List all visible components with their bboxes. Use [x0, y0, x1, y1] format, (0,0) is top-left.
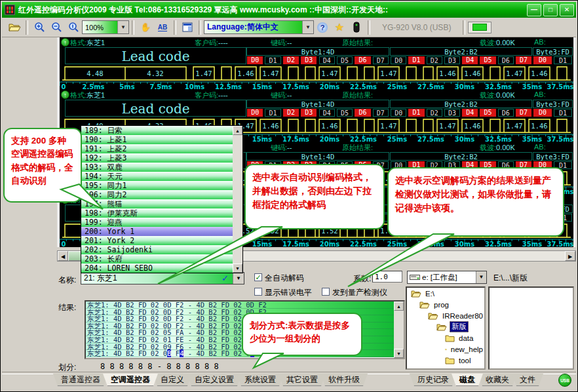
scroll-up-button[interactable]: ▲: [394, 302, 404, 311]
tree-item-[interactable]: 新版: [407, 321, 484, 332]
tree-item-label: tool: [457, 357, 472, 364]
dropdown-item[interactable]: 203: 长府: [81, 254, 233, 264]
zoom-in-button[interactable]: [31, 19, 48, 36]
svg-text:1.47: 1.47: [506, 69, 522, 77]
drive-combobox[interactable]: e: [工作盘] ▼: [407, 271, 487, 284]
tab-自定义设置[interactable]: 自定义设置: [187, 374, 242, 386]
tab-自定义[interactable]: 自定义: [153, 374, 192, 386]
toolbar-separator: [199, 20, 201, 35]
chevron-down-icon[interactable]: ▼: [476, 271, 486, 283]
tab-其它设置[interactable]: 其它设置: [279, 374, 326, 386]
dropdown-item[interactable]: 194: 天元: [81, 172, 233, 181]
tab-磁盘[interactable]: 磁盘: [452, 374, 483, 386]
svg-text:35ms: 35ms: [522, 136, 542, 142]
close-button[interactable]: ✕: [560, 4, 574, 16]
svg-text:17.5ms: 17.5ms: [282, 83, 309, 90]
chevron-down-icon[interactable]: ▼: [117, 21, 128, 33]
display-window-button[interactable]: [179, 19, 196, 36]
lead-code-label: Lead code: [65, 47, 246, 64]
dropdown-item[interactable]: 191: 上菱2: [81, 144, 233, 153]
tab-普通遥控器[interactable]: 普通遥控器: [53, 374, 108, 386]
dropdown-scrollbar[interactable]: ▲ ▼: [233, 126, 242, 273]
tree-item-irreader80[interactable]: IRReader80: [407, 310, 484, 321]
wave-panel-1: ↑格式:东芝1客户码:----键码:--原始结果:载波:0.00KAB:Lead…: [60, 37, 573, 90]
dropdown-item[interactable]: 198: 伊莱克斯: [81, 208, 233, 218]
chevron-down-icon[interactable]: ▼: [302, 21, 313, 33]
tab-文件[interactable]: 文件: [512, 374, 543, 386]
folder-tree[interactable]: E:\progIRReader80新版datanew_helptool: [406, 286, 486, 370]
remote-button[interactable]: [348, 19, 365, 36]
bit-cell-d2: D2: [283, 56, 299, 64]
tree-item-tool[interactable]: tool: [407, 355, 484, 366]
scroll-down-button[interactable]: ▼: [233, 264, 242, 273]
panel-scroll-up-icon[interactable]: ↑: [61, 38, 69, 47]
panel-scroll-up-icon[interactable]: ↑: [61, 90, 69, 99]
zoom-level-combobox[interactable]: 100% ▼: [82, 20, 129, 34]
maximize-button[interactable]: □: [543, 4, 558, 16]
bit-cell-d7: D7: [373, 56, 389, 64]
auto-decode-checkbox[interactable]: ✓: [254, 273, 262, 281]
dropdown-item[interactable]: 201: York 2: [81, 236, 233, 245]
svg-text:25ms: 25ms: [387, 83, 407, 90]
dropdown-item[interactable]: 193: 双鹿: [81, 163, 233, 172]
send-detector-checkbox[interactable]: [322, 288, 330, 296]
dropdown-item[interactable]: 190: 上菱1: [81, 135, 233, 144]
panel-field: 客户码:----: [195, 90, 228, 100]
scroll-right-button[interactable]: ▶: [565, 251, 575, 261]
dropdown-item[interactable]: 196: 同力2: [81, 190, 233, 199]
bit-cell-d1: D1: [554, 56, 572, 64]
bit-cell-d7: D7: [516, 56, 531, 64]
pan-tool-button[interactable]: ✋: [137, 19, 154, 36]
file-list[interactable]: [488, 286, 574, 370]
open-folder-icon: [428, 312, 438, 320]
show-error-label[interactable]: 显示错误电平: [265, 287, 312, 298]
dropdown-item[interactable]: 204: LOREN SEBO: [81, 264, 233, 273]
scroll-up-button[interactable]: ▲: [233, 126, 242, 135]
language-combobox[interactable]: Language:简体中文 ▼: [204, 20, 314, 34]
measure-tool-button[interactable]: AB: [154, 19, 171, 36]
tree-item-newhelp[interactable]: new_help: [407, 343, 484, 355]
tree-item-data[interactable]: data: [407, 332, 484, 343]
svg-text:22.5ms: 22.5ms: [350, 83, 377, 90]
hand-icon: ✋: [140, 22, 151, 32]
remote-control-icon: [353, 22, 360, 33]
tree-item-e[interactable]: E:\: [407, 288, 484, 299]
open-file-button[interactable]: [6, 19, 23, 36]
favorite-button[interactable]: ★: [331, 19, 348, 36]
format-combobox[interactable]: 21: 东芝1✓ ▼: [81, 272, 244, 284]
dropdown-item[interactable]: 200: York 1: [81, 227, 233, 236]
scroll-down-button[interactable]: ▼: [394, 349, 404, 358]
tab-收藏夹[interactable]: 收藏夹: [478, 374, 517, 386]
svg-text:1.47: 1.47: [380, 122, 396, 130]
dropdown-item[interactable]: 189: 日索: [81, 126, 233, 135]
dropdown-item[interactable]: 195: 同力1: [81, 181, 233, 190]
bit-cell-d2: D2: [283, 109, 299, 117]
dropdown-item[interactable]: 197: 熊猫: [81, 199, 233, 208]
svg-text:37.5ms: 37.5ms: [547, 83, 573, 90]
tab-空调遥控器[interactable]: 空调遥控器: [103, 374, 158, 386]
bit-cell-d0: D0: [247, 56, 263, 64]
tab-系统设置[interactable]: 系统设置: [237, 374, 284, 386]
svg-text:1.47: 1.47: [506, 122, 522, 130]
results-scrollbar[interactable]: ▲ ▼: [394, 302, 404, 358]
minimize-button[interactable]: —: [527, 4, 541, 16]
byte-header: Byte1:4D: [246, 100, 389, 108]
chevron-down-icon[interactable]: ▼: [233, 273, 244, 284]
dropdown-item[interactable]: 192: 上菱3: [81, 153, 233, 163]
dropdown-item[interactable]: 202: Saijodenki: [81, 245, 233, 254]
dropdown-item[interactable]: 199: 迎燕: [81, 218, 233, 227]
tab-软件升级[interactable]: 软件升级: [320, 374, 368, 386]
show-error-checkbox[interactable]: [254, 288, 262, 296]
coefficient-input[interactable]: [372, 271, 402, 283]
send-detector-label[interactable]: 发到量产检测仪: [332, 287, 387, 298]
help-button[interactable]: ?: [314, 19, 331, 36]
tab-历史记录[interactable]: 历史记录: [410, 374, 457, 386]
zoom-out-button[interactable]: [48, 19, 65, 36]
zoom-reset-button[interactable]: [65, 19, 82, 36]
auto-decode-label[interactable]: 全自动解码: [265, 273, 304, 284]
tree-item-label: 新版: [450, 321, 469, 332]
byte-header: Byte3:FD: [533, 100, 573, 108]
tree-item-prog[interactable]: prog: [407, 299, 484, 310]
scroll-left-button[interactable]: ◀: [58, 251, 68, 261]
panel-field: AB:: [534, 38, 546, 46]
